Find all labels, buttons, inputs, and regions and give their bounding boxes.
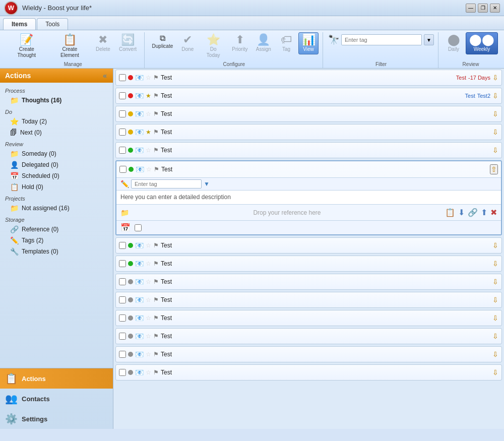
create-thought-button[interactable]: 📝 Create Thought: [6, 32, 47, 60]
item-checkbox[interactable]: [119, 242, 126, 249]
filter-tag-input[interactable]: [341, 34, 422, 45]
sidebar-item-next[interactable]: 🗐 Next (0): [0, 127, 113, 138]
item-checkbox[interactable]: [119, 110, 126, 117]
expand-button[interactable]: ⇩: [492, 241, 498, 249]
list-item[interactable]: 📧 ☆ ⚑ Test ⇩: [115, 106, 502, 122]
assign-button[interactable]: 👤 Assign: [253, 32, 274, 54]
item-checkbox[interactable]: [119, 147, 126, 154]
copy-ref-icon[interactable]: 📋: [445, 208, 455, 217]
restore-button[interactable]: ❐: [478, 4, 488, 13]
daily-button[interactable]: ⬤ Daily: [444, 32, 464, 54]
collapse-button[interactable]: ⇧: [490, 164, 498, 174]
sidebar-item-reference[interactable]: 🔗 Reference (0): [0, 224, 113, 235]
reference-placeholder[interactable]: Drop your reference here: [253, 209, 321, 216]
sidebar-item-delegated[interactable]: 👤 Delegated (0): [0, 159, 113, 170]
sidebar-item-templates[interactable]: 🔧 Templates (0): [0, 246, 113, 257]
item-checkbox[interactable]: [119, 369, 126, 376]
sidebar-item-today[interactable]: ⭐ Today (2): [0, 116, 113, 127]
sidebar-item-hold[interactable]: 📋 Hold (0): [0, 181, 113, 193]
sidebar-item-not-assigned[interactable]: 📁 Not assigned (16): [0, 203, 113, 214]
list-item[interactable]: 📧 ☆ ⚑ Test ⇩: [115, 237, 502, 254]
expand-button[interactable]: ⇩: [492, 146, 498, 154]
expand-button[interactable]: ⇩: [492, 92, 498, 100]
expand-button[interactable]: ⇩: [492, 368, 498, 376]
star-icon[interactable]: ☆: [146, 242, 151, 249]
item-checkbox[interactable]: [119, 351, 126, 358]
expand-button[interactable]: ⇩: [492, 332, 498, 340]
minimize-button[interactable]: —: [466, 4, 476, 13]
sidebar-item-tags[interactable]: ✏️ Tags (2): [0, 235, 113, 246]
item-checkbox[interactable]: [119, 296, 126, 303]
done-button[interactable]: ✔ Done: [177, 32, 198, 54]
star-icon[interactable]: ☆: [146, 110, 151, 117]
item-checkbox[interactable]: [119, 333, 126, 340]
tag-button[interactable]: 🏷 Tag: [276, 32, 296, 54]
upload-ref-icon[interactable]: ⬆: [481, 208, 487, 217]
view-button[interactable]: 📊 View: [298, 32, 319, 54]
item-checkbox[interactable]: [119, 74, 126, 81]
delete-button[interactable]: ✖ Delete: [92, 32, 113, 54]
list-item[interactable]: 📧 ☆ ⚑ Test ⇩: [115, 274, 502, 290]
delete-ref-icon[interactable]: ✖: [490, 208, 497, 217]
bottom-nav-settings[interactable]: ⚙️ Settings: [0, 409, 113, 429]
list-item[interactable]: 📧 ☆ ⚑ Test ⇩: [115, 142, 502, 158]
star-icon[interactable]: ☆: [146, 314, 151, 322]
priority-button[interactable]: ⬆ Priority: [229, 32, 250, 54]
filter-dropdown-button[interactable]: ▼: [424, 34, 434, 45]
close-button[interactable]: ✕: [490, 4, 500, 13]
item-checkbox[interactable]: [119, 278, 126, 285]
star-icon[interactable]: ☆: [146, 351, 151, 358]
list-item[interactable]: 📧 ☆ ⚑ Test Test -17 Days ⇩: [115, 70, 502, 86]
title-bar-controls[interactable]: — ❐ ✕: [466, 4, 500, 13]
date-checkbox[interactable]: [135, 224, 142, 231]
star-icon[interactable]: ☆: [146, 147, 151, 154]
item-checkbox[interactable]: [119, 166, 127, 173]
duplicate-button[interactable]: ⧉ Duplicate: [150, 32, 176, 50]
list-item[interactable]: 📧 ☆ ⚑ Test ⇩: [115, 346, 502, 362]
expanded-description[interactable]: Here you can enter a detailed descriptio…: [116, 190, 501, 204]
sidebar-item-thoughts[interactable]: 📁 Thoughts (16): [0, 95, 113, 106]
sidebar-item-scheduled[interactable]: 📅 Scheduled (0): [0, 170, 113, 181]
list-item[interactable]: 📧 ★ ⚑ Test TestTest2 ⇩: [115, 88, 502, 104]
expand-button[interactable]: ⇩: [492, 278, 498, 286]
star-icon[interactable]: ★: [146, 129, 151, 136]
expand-button[interactable]: ⇩: [492, 350, 498, 358]
item-tag[interactable]: Test: [465, 93, 475, 99]
star-icon[interactable]: ☆: [146, 296, 151, 303]
expand-button[interactable]: ⇩: [492, 110, 498, 118]
item-checkbox[interactable]: [119, 129, 126, 136]
tag-dropdown-button[interactable]: ▼: [204, 180, 210, 187]
list-item[interactable]: 📧 ☆ ⚑ Test ⇩: [115, 256, 502, 272]
star-icon[interactable]: ☆: [146, 333, 151, 340]
sidebar-collapse-button[interactable]: «: [102, 72, 108, 80]
expand-button[interactable]: ⇩: [492, 296, 498, 304]
star-icon[interactable]: ☆: [146, 278, 151, 285]
tab-tools[interactable]: Tools: [37, 18, 68, 30]
star-icon[interactable]: ☆: [146, 260, 151, 267]
item-checkbox[interactable]: [119, 92, 126, 99]
list-item[interactable]: 📧 ☆ ⚑ Test ⇩: [115, 310, 502, 326]
expand-button[interactable]: ⇩: [492, 128, 498, 136]
star-icon[interactable]: ☆: [146, 369, 151, 376]
list-item[interactable]: 📧 ☆ ⚑ Test ⇩: [115, 292, 502, 308]
create-element-button[interactable]: 📋 Create Element: [49, 32, 91, 60]
expand-button[interactable]: ⇩: [492, 260, 498, 268]
item-checkbox[interactable]: [119, 260, 126, 267]
star-icon[interactable]: ☆: [146, 74, 151, 81]
item-tag[interactable]: Test: [456, 75, 466, 81]
item-tag[interactable]: Test2: [477, 93, 490, 99]
link-ref-icon[interactable]: 🔗: [468, 208, 478, 217]
weekly-button[interactable]: ⬤⬤ Weekly: [466, 32, 498, 54]
tag-input[interactable]: [131, 179, 202, 188]
list-item[interactable]: 📧 ★ ⚑ Test ⇩: [115, 124, 502, 140]
list-item[interactable]: 📧 ☆ ⚑ Test ⇩: [115, 328, 502, 344]
list-item[interactable]: 📧 ☆ ⚑ Test ⇩: [115, 364, 502, 381]
sidebar-item-someday[interactable]: 📁 Someday (0): [0, 148, 113, 159]
expand-button[interactable]: ⇩: [492, 74, 498, 82]
star-icon[interactable]: ★: [146, 92, 151, 99]
download-ref-icon[interactable]: ⬇: [458, 208, 465, 217]
bottom-nav-contacts[interactable]: 👥 Contacts: [0, 389, 113, 409]
convert-button[interactable]: 🔄 Convert: [115, 32, 140, 54]
item-checkbox[interactable]: [119, 314, 126, 322]
expand-button[interactable]: ⇩: [492, 314, 498, 322]
